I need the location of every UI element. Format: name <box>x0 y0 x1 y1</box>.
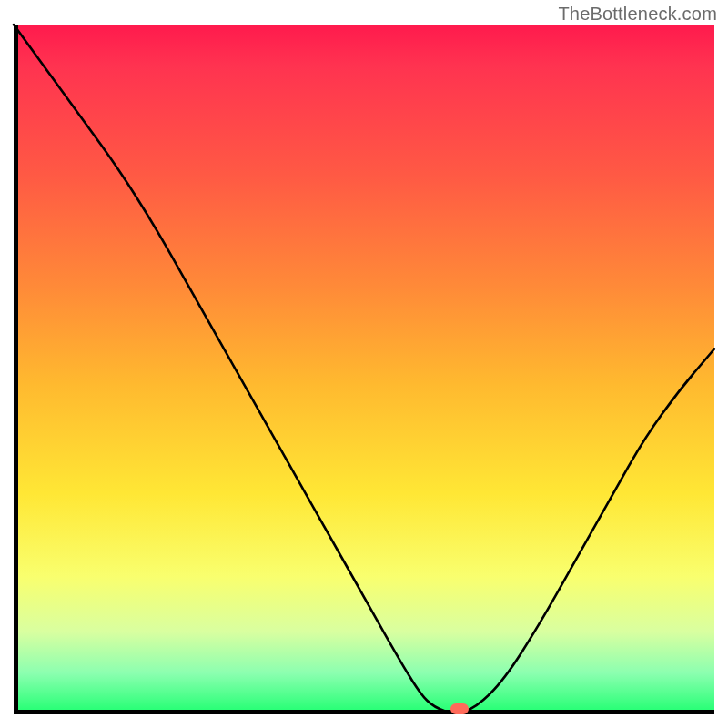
plot-area <box>14 25 714 714</box>
watermark-text: TheBottleneck.com <box>558 4 717 25</box>
optimal-marker <box>450 703 469 714</box>
chart-container: TheBottleneck.com <box>0 0 728 728</box>
bottleneck-curve <box>14 25 714 714</box>
curve-path <box>14 25 714 713</box>
